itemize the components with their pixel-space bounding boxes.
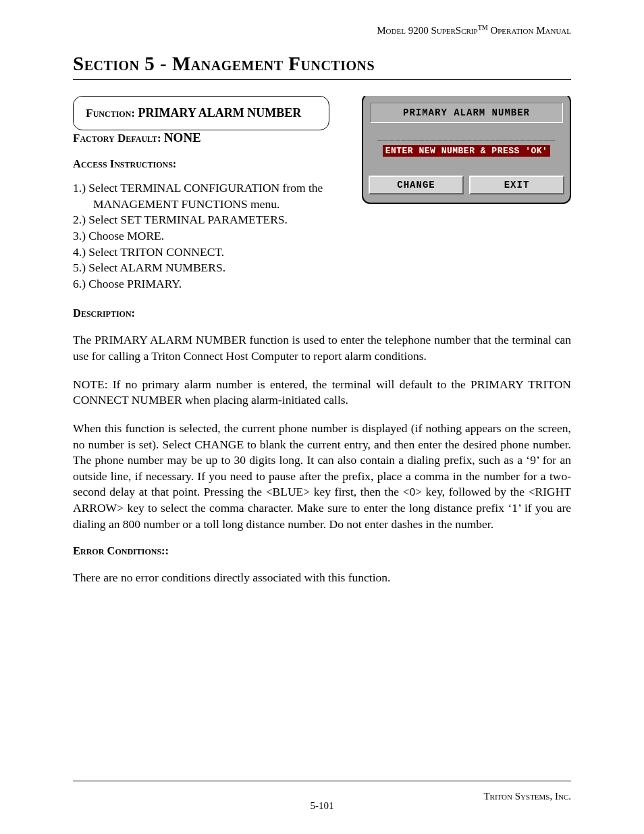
description-paragraph-2: NOTE: If no primary alarm number is ente…: [73, 377, 571, 409]
page-footer: Triton Systems, Inc. 5-101: [73, 781, 571, 818]
header-model: Model 9200 SuperScrip: [377, 25, 477, 36]
description-label: Description:: [73, 307, 571, 320]
terminal-screenshot: PRIMARY ALARM NUMBER ___________________…: [362, 96, 571, 204]
terminal-title: PRIMARY ALARM NUMBER: [370, 103, 563, 123]
function-label: Function:: [86, 106, 138, 120]
error-conditions-label: Error Conditions::: [73, 544, 571, 558]
header-suffix: Operation Manual: [488, 25, 571, 36]
step-5: 5.) Select ALARM NUMBERS.: [73, 260, 571, 276]
terminal-prompt: ENTER NEW NUMBER & PRESS 'OK': [383, 145, 551, 157]
description-paragraph-3: When this function is selected, the curr…: [73, 421, 571, 532]
error-conditions-text: There are no error conditions directly a…: [73, 570, 571, 586]
description-paragraph-1: The PRIMARY ALARM NUMBER function is use…: [73, 332, 571, 364]
running-header: Model 9200 SuperScripTM Operation Manual: [73, 24, 571, 36]
function-name: PRIMARY ALARM NUMBER: [138, 106, 302, 120]
step-4: 4.) Select TRITON CONNECT.: [73, 244, 571, 261]
factory-default-value: NONE: [164, 130, 201, 145]
section-title: Section 5 - Management Functions: [73, 53, 571, 75]
factory-default-label: Factory Default:: [73, 132, 164, 145]
footer-rule: [73, 781, 571, 781]
trademark-symbol: TM: [478, 24, 488, 31]
title-rule: [73, 79, 571, 80]
exit-button[interactable]: EXIT: [469, 176, 564, 194]
step-2: 2.) Select SET TERMINAL PARAMETERS.: [73, 212, 571, 228]
step-3: 3.) Choose MORE.: [73, 228, 571, 244]
terminal-input-line: ______________________________: [369, 132, 564, 142]
footer-company: Triton Systems, Inc.: [483, 791, 571, 802]
footer-page-number: 5-101: [311, 800, 334, 812]
step-6: 6.) Choose PRIMARY.: [73, 276, 571, 292]
function-box: Function: PRIMARY ALARM NUMBER: [73, 96, 329, 130]
change-button[interactable]: CHANGE: [369, 176, 464, 194]
